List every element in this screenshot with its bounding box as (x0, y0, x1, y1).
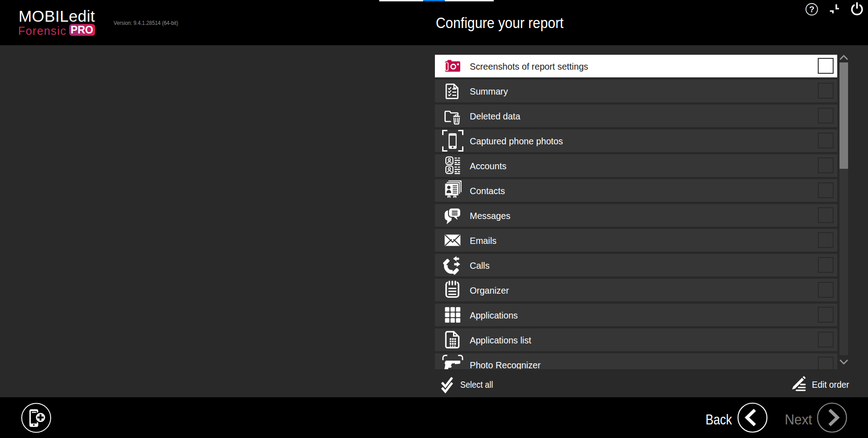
svg-text:?: ? (809, 5, 815, 14)
